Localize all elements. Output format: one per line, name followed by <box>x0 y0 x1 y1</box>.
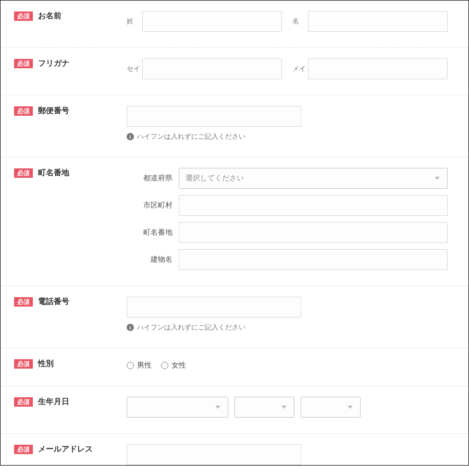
section-phone: 必須 電話番号 i ハイフンは入れずにご記入ください <box>1 286 468 348</box>
required-badge: 必須 <box>14 397 33 407</box>
gender-male-text: 男性 <box>137 361 152 370</box>
section-address: 必須 町名番地 都道府県 選択してください 市区町村 <box>1 157 468 286</box>
email-label: メールアドレス <box>38 444 93 454</box>
info-icon: i <box>127 324 134 331</box>
section-dob: 必須 生年月日 <box>1 386 468 434</box>
required-badge: 必須 <box>14 106 33 116</box>
pref-sublabel: 都道府県 <box>127 174 179 183</box>
last-name-prefix: 姓 <box>127 17 142 26</box>
dob-label: 生年月日 <box>38 397 69 407</box>
info-icon: i <box>127 133 134 140</box>
last-name-input[interactable] <box>142 11 282 32</box>
city-sublabel: 市区町村 <box>127 201 179 210</box>
building-input[interactable] <box>179 249 448 270</box>
required-badge: 必須 <box>14 168 33 178</box>
phone-hint-text: ハイフンは入れずにご記入ください <box>137 323 245 332</box>
section-gender: 必須 性別 男性 女性 <box>1 348 468 386</box>
required-badge: 必須 <box>14 445 33 454</box>
city-input[interactable] <box>179 195 448 216</box>
address-label: 町名番地 <box>38 168 69 178</box>
gender-label: 性別 <box>38 359 54 369</box>
phone-label: 電話番号 <box>38 297 69 307</box>
zip-input[interactable] <box>127 106 301 127</box>
dob-month-select[interactable] <box>234 397 294 418</box>
name-label: お名前 <box>38 11 61 21</box>
last-kana-input[interactable] <box>142 58 282 79</box>
required-badge: 必須 <box>14 297 33 307</box>
street-sublabel: 町名番地 <box>127 228 179 237</box>
section-furigana: 必須 フリガナ セイ メイ <box>1 48 468 95</box>
furigana-label: フリガナ <box>38 58 69 68</box>
email-input[interactable] <box>127 444 301 465</box>
zip-hint: i ハイフンは入れずにご記入ください <box>127 132 448 141</box>
building-sublabel: 建物名 <box>127 255 179 264</box>
dob-day-select[interactable] <box>301 397 361 418</box>
last-kana-prefix: セイ <box>127 64 142 74</box>
zip-hint-text: ハイフンは入れずにご記入ください <box>137 132 245 141</box>
pref-select-value: 選択してください <box>186 174 244 183</box>
pref-select[interactable]: 選択してください <box>179 168 448 189</box>
first-name-input[interactable] <box>308 11 448 32</box>
required-badge: 必須 <box>14 11 33 21</box>
gender-female-text: 女性 <box>171 361 186 370</box>
first-name-prefix: 名 <box>292 17 308 26</box>
dob-year-select[interactable] <box>127 397 228 418</box>
zip-label: 郵便番号 <box>38 106 69 116</box>
required-badge: 必須 <box>14 359 33 369</box>
section-zip: 必須 郵便番号 i ハイフンは入れずにご記入ください <box>1 95 468 157</box>
phone-input[interactable] <box>127 297 301 318</box>
gender-male-radio[interactable] <box>127 362 134 369</box>
street-input[interactable] <box>179 222 448 243</box>
gender-male-option[interactable]: 男性 <box>127 361 152 370</box>
section-email: 必須 メールアドレス <box>1 434 468 465</box>
gender-female-radio[interactable] <box>161 362 168 369</box>
first-kana-input[interactable] <box>308 58 448 79</box>
gender-female-option[interactable]: 女性 <box>161 361 186 370</box>
section-name: 必須 お名前 姓 名 <box>1 1 468 48</box>
first-kana-prefix: メイ <box>292 64 308 74</box>
phone-hint: i ハイフンは入れずにご記入ください <box>127 323 448 332</box>
required-badge: 必須 <box>14 59 33 68</box>
